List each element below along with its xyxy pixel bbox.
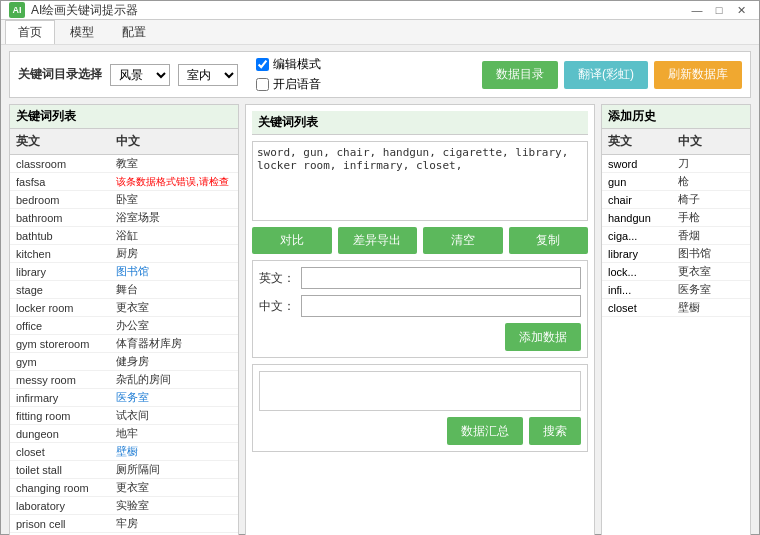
table-row[interactable]: chair椅子 xyxy=(602,191,750,209)
td-en: office xyxy=(10,319,110,333)
left-panel: 关键词列表 英文 中文 classroom教室fasfsa该条数据格式错误,请检… xyxy=(9,104,239,535)
table-row[interactable]: office办公室 xyxy=(10,317,238,335)
right-table-body[interactable]: sword刀gun枪chair椅子handgun手枪ciga...香烟libra… xyxy=(602,155,750,535)
td-zh: 办公室 xyxy=(110,317,238,334)
td-en: infirmary xyxy=(10,391,110,405)
table-row[interactable]: sword刀 xyxy=(602,155,750,173)
td-en: handgun xyxy=(602,211,672,225)
main-window: AI AI绘画关键词提示器 — □ ✕ 首页 模型 配置 关键词目录选择 风景 … xyxy=(0,0,760,535)
en-label: 英文： xyxy=(259,270,295,287)
td-zh: 舞台 xyxy=(110,281,238,298)
td-zh: 杂乱的房间 xyxy=(110,371,238,388)
table-row[interactable]: gun枪 xyxy=(602,173,750,191)
compare-button[interactable]: 对比 xyxy=(252,227,332,254)
minimize-button[interactable]: — xyxy=(687,1,707,19)
td-zh: 手枪 xyxy=(672,209,750,226)
td-en: toilet stall xyxy=(10,463,110,477)
table-row[interactable]: bathroom浴室场景 xyxy=(10,209,238,227)
td-zh: 椅子 xyxy=(672,191,750,208)
add-data-button[interactable]: 添加数据 xyxy=(505,323,581,351)
summary-button[interactable]: 数据汇总 xyxy=(447,417,523,445)
refresh-db-button[interactable]: 刷新数据库 xyxy=(654,61,742,89)
edit-mode-checkbox[interactable] xyxy=(256,58,269,71)
clear-button[interactable]: 清空 xyxy=(423,227,503,254)
table-row[interactable]: gym storeroom体育器材库房 xyxy=(10,335,238,353)
table-row[interactable]: library图书馆 xyxy=(602,245,750,263)
title-bar: AI AI绘画关键词提示器 — □ ✕ xyxy=(1,1,759,20)
table-row[interactable]: messy room杂乱的房间 xyxy=(10,371,238,389)
zh-form-row: 中文： xyxy=(259,295,581,317)
en-form-row: 英文： xyxy=(259,267,581,289)
td-en: dungeon xyxy=(10,427,110,441)
table-row[interactable]: fitting room试衣间 xyxy=(10,407,238,425)
tab-model[interactable]: 模型 xyxy=(57,20,107,44)
window-controls: — □ ✕ xyxy=(687,1,751,19)
td-zh: 试衣间 xyxy=(110,407,238,424)
sound-row: 开启语音 xyxy=(256,76,321,93)
table-row[interactable]: infirmary医务室 xyxy=(10,389,238,407)
td-en: laboratory xyxy=(10,499,110,513)
table-row[interactable]: stage舞台 xyxy=(10,281,238,299)
table-row[interactable]: closet壁橱 xyxy=(10,443,238,461)
table-row[interactable]: locker room更衣室 xyxy=(10,299,238,317)
td-zh: 壁橱 xyxy=(672,299,750,316)
left-table-body[interactable]: classroom教室fasfsa该条数据格式错误,请检查bedroom卧室ba… xyxy=(10,155,238,535)
td-zh: 厕所隔间 xyxy=(110,461,238,478)
td-en: closet xyxy=(602,301,672,315)
table-row[interactable]: closet壁橱 xyxy=(602,299,750,317)
td-zh: 浴室场景 xyxy=(110,209,238,226)
en-input[interactable] xyxy=(301,267,581,289)
tab-home[interactable]: 首页 xyxy=(5,20,55,44)
td-zh: 更衣室 xyxy=(110,479,238,496)
td-zh: 图书馆 xyxy=(672,245,750,262)
table-row[interactable]: handgun手枪 xyxy=(602,209,750,227)
table-row[interactable]: dungeon地牢 xyxy=(10,425,238,443)
table-row[interactable]: prison cell牢房 xyxy=(10,515,238,533)
table-row[interactable]: infi...医务室 xyxy=(602,281,750,299)
td-en: prison cell xyxy=(10,517,110,531)
td-en: bedroom xyxy=(10,193,110,207)
table-row[interactable]: laboratory实验室 xyxy=(10,497,238,515)
td-zh: 浴缸 xyxy=(110,227,238,244)
data-dir-button[interactable]: 数据目录 xyxy=(482,61,558,89)
dir-section-label: 关键词目录选择 xyxy=(18,66,102,83)
window-title: AI绘画关键词提示器 xyxy=(31,2,687,19)
table-row[interactable]: library图书馆 xyxy=(10,263,238,281)
table-row[interactable]: bedroom卧室 xyxy=(10,191,238,209)
add-form-section: 英文： 中文： 添加数据 xyxy=(252,260,588,358)
mid-panel: 关键词列表 对比 差异导出 清空 复制 英文： 中文： xyxy=(245,104,595,535)
table-row[interactable]: ciga...香烟 xyxy=(602,227,750,245)
translate-button[interactable]: 翻译(彩虹) xyxy=(564,61,648,89)
tab-config[interactable]: 配置 xyxy=(109,20,159,44)
td-zh: 实验室 xyxy=(110,497,238,514)
dropdown-indoor[interactable]: 室内 xyxy=(178,64,238,86)
content-area: 关键词目录选择 风景 室内 编辑模式 开启语音 数据目录 翻译(彩虹) xyxy=(1,45,759,535)
table-row[interactable]: fasfsa该条数据格式错误,请检查 xyxy=(10,173,238,191)
td-en: bathtub xyxy=(10,229,110,243)
keyword-dir-section: 关键词目录选择 风景 室内 编辑模式 开启语音 数据目录 翻译(彩虹) xyxy=(9,51,751,98)
add-btn-row: 添加数据 xyxy=(259,323,581,351)
close-button[interactable]: ✕ xyxy=(731,1,751,19)
keyword-textarea[interactable] xyxy=(252,141,588,221)
table-row[interactable]: toilet stall厕所隔间 xyxy=(10,461,238,479)
col-header-zh: 中文 xyxy=(110,131,238,152)
search-button[interactable]: 搜索 xyxy=(529,417,581,445)
td-zh: 牢房 xyxy=(110,515,238,532)
sound-checkbox[interactable] xyxy=(256,78,269,91)
table-row[interactable]: bathtub浴缸 xyxy=(10,227,238,245)
maximize-button[interactable]: □ xyxy=(709,1,729,19)
table-row[interactable]: gym健身房 xyxy=(10,353,238,371)
td-zh: 地牢 xyxy=(110,425,238,442)
td-zh: 图书馆 xyxy=(110,263,238,280)
table-row[interactable]: lock...更衣室 xyxy=(602,263,750,281)
table-row[interactable]: classroom教室 xyxy=(10,155,238,173)
table-row[interactable]: changing room更衣室 xyxy=(10,479,238,497)
table-row[interactable]: kitchen厨房 xyxy=(10,245,238,263)
diff-export-button[interactable]: 差异导出 xyxy=(338,227,418,254)
td-zh: 香烟 xyxy=(672,227,750,244)
dropdown-scene[interactable]: 风景 xyxy=(110,64,170,86)
zh-input[interactable] xyxy=(301,295,581,317)
copy-button[interactable]: 复制 xyxy=(509,227,589,254)
bottom-textarea[interactable] xyxy=(259,371,581,411)
right-col-zh: 中文 xyxy=(672,131,708,152)
